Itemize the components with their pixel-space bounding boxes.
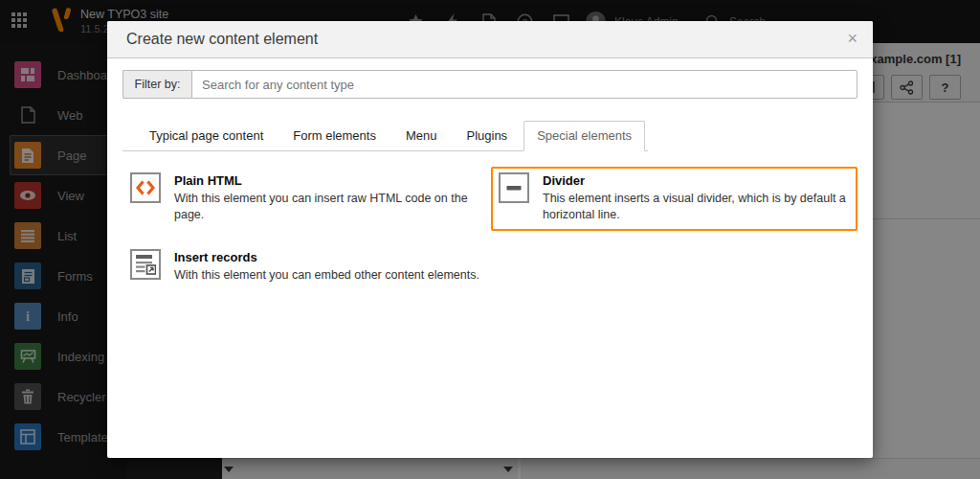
element-description: This element inserts a visual divider, w… (543, 191, 850, 223)
content-element-list: Plain HTML With this element you can ins… (122, 167, 858, 291)
element-title: Insert records (174, 250, 479, 264)
modal-title: Create new content element (126, 31, 318, 48)
typo3-backend: New TYPO3 site 11.5.2 ? Klaus A (0, 0, 980, 479)
new-content-element-modal: Create new content element × Filter by: … (107, 21, 873, 458)
content-type-search-input[interactable] (191, 70, 858, 99)
modal-header: Create new content element × (107, 21, 873, 58)
insert-records-icon (130, 249, 161, 280)
modal-body: Filter by: Typical page content Form ele… (107, 58, 873, 291)
close-icon[interactable]: × (847, 29, 858, 50)
modal-tabs: Typical page content Form elements Menu … (122, 121, 648, 151)
tab-form-elements[interactable]: Form elements (279, 121, 390, 150)
element-title: Divider (543, 173, 850, 188)
element-description: With this element you can insert raw HTM… (174, 191, 481, 223)
divider-icon (499, 172, 529, 203)
tab-typical-page-content[interactable]: Typical page content (136, 121, 277, 150)
tab-special-elements[interactable]: Special elements (523, 121, 645, 151)
tab-menu[interactable]: Menu (392, 121, 451, 150)
element-item-insert-records[interactable]: Insert records With this element you can… (122, 243, 489, 291)
element-description: With this element you can embed other co… (174, 267, 479, 284)
filter-label: Filter by: (122, 70, 191, 99)
tab-plugins[interactable]: Plugins (453, 121, 521, 150)
code-icon (130, 172, 161, 203)
filter-group: Filter by: (122, 70, 858, 99)
element-item-plain-html[interactable]: Plain HTML With this element you can ins… (122, 167, 489, 231)
element-title: Plain HTML (174, 173, 481, 188)
element-item-divider[interactable]: Divider This element inserts a visual di… (491, 167, 858, 231)
